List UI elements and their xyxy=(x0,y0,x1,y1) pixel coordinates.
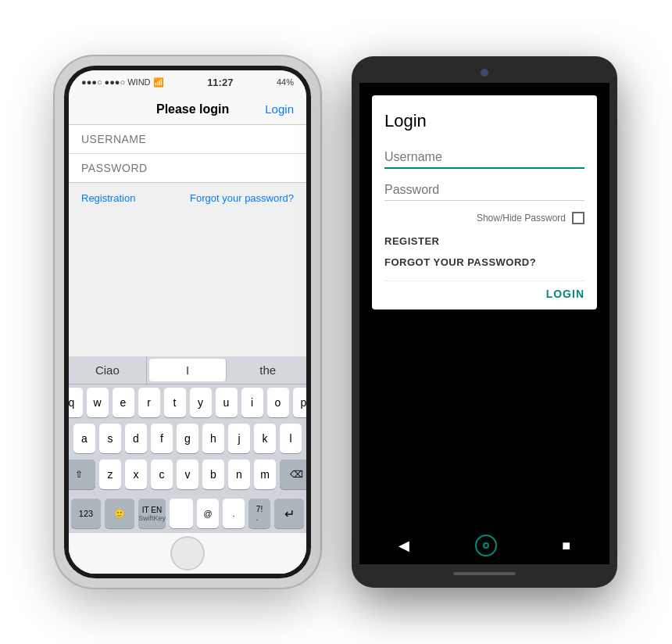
android-username-input[interactable] xyxy=(384,147,584,169)
key-a[interactable]: a xyxy=(73,424,95,453)
key-u[interactable]: u xyxy=(216,388,238,417)
key-y[interactable]: y xyxy=(190,388,212,417)
key-m[interactable]: m xyxy=(254,460,276,489)
key-v[interactable]: v xyxy=(177,460,198,489)
key-dot[interactable]: . xyxy=(223,499,245,528)
keyboard-row-3: ⇧ z x c v b n m ⌫ xyxy=(71,460,304,489)
ios-home-indicator xyxy=(69,533,306,574)
keyboard-row-2: a s d f g h j k l xyxy=(71,424,304,453)
key-space[interactable] xyxy=(170,499,193,528)
key-delete[interactable]: ⌫ xyxy=(280,460,306,489)
key-i[interactable]: i xyxy=(241,388,263,417)
phones-container: ●●●○ ●●●○ WIND 📶 11:27 44% Please login … xyxy=(39,41,633,603)
android-username-group xyxy=(384,147,584,169)
ios-phone: ●●●○ ●●●○ WIND 📶 11:27 44% Please login … xyxy=(55,56,320,588)
key-p[interactable]: p xyxy=(293,388,307,417)
key-language[interactable]: IT EN SwiftKey xyxy=(138,499,166,528)
carrier-info: ●●●○ ●●●○ WIND 📶 xyxy=(81,77,164,88)
android-back-button[interactable]: ◀ xyxy=(399,537,409,554)
ios-registration-link[interactable]: Registration xyxy=(81,192,135,204)
android-card-title: Login xyxy=(384,111,584,131)
key-z[interactable]: z xyxy=(99,460,121,489)
suggestion-ciao[interactable]: Ciao xyxy=(69,356,147,384)
android-bottom xyxy=(453,569,516,575)
android-camera xyxy=(481,69,488,77)
ios-form-section xyxy=(69,125,306,183)
key-f[interactable]: f xyxy=(151,424,173,453)
wifi-icon: 📶 xyxy=(153,77,164,88)
android-login-card: Login Show/Hide Password REGISTER FORGOT… xyxy=(372,95,597,309)
key-d[interactable]: d xyxy=(125,424,147,453)
ios-password-input[interactable] xyxy=(81,162,294,174)
key-shift[interactable]: ⇧ xyxy=(69,460,95,489)
carrier-name: ●●●○ WIND xyxy=(105,77,151,87)
android-forgot-button[interactable]: FORGOT YOUR PASSWORD? xyxy=(384,256,584,268)
suggestion-the[interactable]: the xyxy=(229,356,306,384)
android-nav-bar: ◀ ■ xyxy=(359,527,609,564)
key-numbers[interactable]: 123 xyxy=(71,499,101,528)
key-k[interactable]: k xyxy=(254,424,276,453)
ios-home-button[interactable] xyxy=(170,536,205,571)
ios-nav-bar: Please login Login xyxy=(69,94,306,125)
key-w[interactable]: w xyxy=(87,388,109,417)
android-home-inner xyxy=(483,542,489,549)
key-o[interactable]: o xyxy=(267,388,289,417)
android-screen: Login Show/Hide Password REGISTER FORGOT… xyxy=(359,83,609,564)
ios-status-bar: ●●●○ ●●●○ WIND 📶 11:27 44% xyxy=(69,70,306,94)
signal-dots: ●●●○ xyxy=(81,77,102,87)
ios-time: 11:27 xyxy=(207,77,233,88)
android-password-input[interactable] xyxy=(384,180,584,201)
battery-status: 44% xyxy=(277,77,294,87)
key-e[interactable]: e xyxy=(113,388,134,417)
android-recents-button[interactable]: ■ xyxy=(562,538,570,554)
key-j[interactable]: j xyxy=(228,424,250,453)
ios-username-input[interactable] xyxy=(81,133,294,145)
key-n[interactable]: n xyxy=(228,460,250,489)
key-t[interactable]: t xyxy=(164,388,186,417)
key-q[interactable]: q xyxy=(69,388,83,417)
key-l[interactable]: l xyxy=(280,424,302,453)
android-password-group xyxy=(384,180,584,201)
keyboard-suggestions: Ciao I the xyxy=(69,356,306,385)
android-login-btn-row: LOGIN xyxy=(384,281,584,300)
key-g[interactable]: g xyxy=(177,424,198,453)
ios-links-row: Registration Forgot your password? xyxy=(69,183,306,213)
key-r[interactable]: r xyxy=(138,388,160,417)
android-register-button[interactable]: REGISTER xyxy=(384,235,584,247)
ios-forgot-link[interactable]: Forgot your password? xyxy=(190,192,294,204)
android-login-button[interactable]: LOGIN xyxy=(546,288,584,300)
key-x[interactable]: x xyxy=(125,460,147,489)
ios-login-nav-button[interactable]: Login xyxy=(265,102,294,116)
ios-keyboard: Ciao I the q w e r t y u i xyxy=(69,356,306,574)
ios-content-spacer xyxy=(69,213,306,356)
key-dotpunct[interactable]: 7!. xyxy=(248,499,270,528)
ios-nav-title: Please login xyxy=(156,102,229,116)
android-show-hide-label: Show/Hide Password xyxy=(477,213,566,224)
key-b[interactable]: b xyxy=(202,460,224,489)
keyboard-rows: q w e r t y u i o p a xyxy=(69,385,306,499)
key-h[interactable]: h xyxy=(202,424,224,453)
key-return[interactable]: ↵ xyxy=(274,499,304,528)
android-content-area: Login Show/Hide Password REGISTER FORGOT… xyxy=(359,83,609,524)
android-show-hide-row: Show/Hide Password xyxy=(384,212,584,224)
suggestion-i[interactable]: I xyxy=(149,359,227,381)
ios-username-row xyxy=(69,125,306,154)
key-at[interactable]: @ xyxy=(197,499,219,528)
key-s[interactable]: s xyxy=(99,424,121,453)
android-show-hide-checkbox[interactable] xyxy=(572,212,584,224)
keyboard-bottom-row: 123 🙂 IT EN SwiftKey @ . 7!. ↵ xyxy=(69,499,306,533)
key-c[interactable]: c xyxy=(151,460,173,489)
ios-password-row xyxy=(69,154,306,182)
key-emoji[interactable]: 🙂 xyxy=(105,499,134,528)
keyboard-row-1: q w e r t y u i o p xyxy=(71,388,304,417)
android-home-button[interactable] xyxy=(475,535,497,556)
android-bottom-bar xyxy=(453,572,516,575)
android-phone: Login Show/Hide Password REGISTER FORGOT… xyxy=(352,56,617,588)
